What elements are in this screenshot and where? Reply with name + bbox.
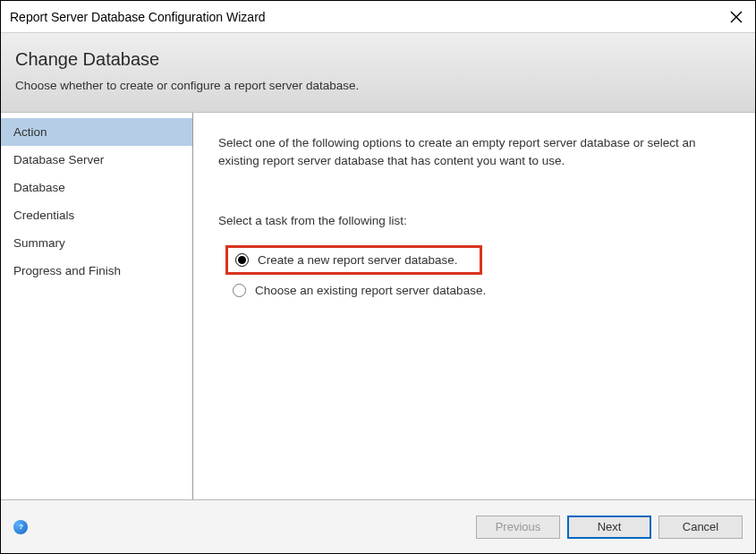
radio-create-new-label: Create a new report server database.	[258, 253, 458, 267]
intro-text: Select one of the following options to c…	[218, 134, 730, 171]
previous-button: Previous	[476, 516, 560, 539]
wizard-footer: ? Previous Next Cancel	[1, 499, 755, 553]
task-label: Select a task from the following list:	[218, 214, 730, 227]
sidebar-item-credentials[interactable]: Credentials	[1, 201, 192, 229]
sidebar-item-label: Database Server	[13, 153, 104, 166]
sidebar-item-action[interactable]: Action	[1, 118, 192, 146]
sidebar-item-progress-finish[interactable]: Progress and Finish	[1, 257, 192, 285]
window-title: Report Server Database Configuration Wiz…	[10, 10, 266, 24]
wizard-steps-sidebar: Action Database Server Database Credenti…	[1, 113, 193, 499]
sidebar-item-label: Progress and Finish	[13, 264, 121, 277]
footer-buttons: Previous Next Cancel	[476, 516, 743, 539]
close-icon	[730, 11, 743, 23]
radio-choose-existing-input[interactable]	[233, 284, 246, 297]
content-pane: Select one of the following options to c…	[193, 113, 755, 499]
sidebar-item-database[interactable]: Database	[1, 174, 192, 201]
help-button[interactable]: ?	[13, 520, 28, 534]
close-button[interactable]	[725, 5, 748, 29]
sidebar-item-label: Credentials	[13, 209, 74, 222]
svg-text:?: ?	[19, 523, 23, 531]
sidebar-item-label: Database	[13, 181, 65, 194]
header-subtitle: Choose whether to create or configure a …	[15, 79, 741, 92]
sidebar-item-label: Summary	[13, 236, 65, 250]
header-title: Change Database	[15, 49, 741, 70]
wizard-header: Change Database Choose whether to create…	[1, 33, 755, 113]
sidebar-item-label: Action	[13, 125, 47, 139]
main-body: Action Database Server Database Credenti…	[1, 113, 755, 499]
footer-left: ?	[13, 520, 28, 534]
cancel-button[interactable]: Cancel	[658, 516, 743, 539]
sidebar-item-summary[interactable]: Summary	[1, 229, 192, 257]
radio-create-new-input[interactable]	[235, 253, 249, 267]
sidebar-item-database-server[interactable]: Database Server	[1, 146, 192, 174]
radio-choose-existing-label: Choose an existing report server databas…	[255, 284, 486, 297]
task-radio-group: Create a new report server database. Cho…	[218, 245, 730, 303]
radio-choose-existing[interactable]: Choose an existing report server databas…	[225, 278, 730, 303]
titlebar: Report Server Database Configuration Wiz…	[1, 1, 755, 33]
next-button[interactable]: Next	[567, 516, 651, 539]
help-icon: ?	[17, 523, 25, 531]
radio-create-new[interactable]: Create a new report server database.	[225, 245, 482, 275]
